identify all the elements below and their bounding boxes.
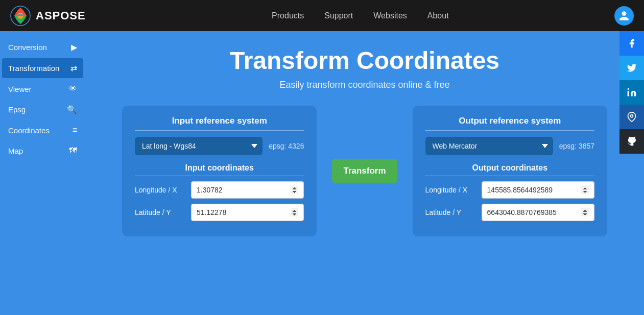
location-icon [627,112,637,122]
linkedin-icon [627,87,637,98]
nav-about[interactable]: About [427,11,449,20]
input-longitude-row: Longitude / X [135,181,304,199]
logo[interactable]: ASPOSE [10,6,86,26]
user-icon [618,10,630,21]
github-button[interactable] [619,129,644,154]
sidebar-label-coordinates: Coordinates [8,126,50,135]
svg-point-3 [631,115,633,117]
github-icon [627,136,637,147]
social-sidebar [619,31,644,154]
output-panel-title: Output reference system [425,116,594,131]
sidebar-label-viewer: Viewer [8,85,32,93]
header: ASPOSE Products Support Websites About [0,0,644,31]
main-nav: Products Support Websites About [106,11,614,20]
hero-title: Transform Coordinates [230,46,499,75]
epsg-icon: 🔍 [67,105,77,114]
transformation-icon: ⇄ [70,63,77,73]
nav-support[interactable]: Support [324,11,353,20]
sidebar-label-conversion: Conversion [8,43,47,52]
transform-button-container: Transform [332,159,397,183]
sidebar-item-coordinates[interactable]: Coordinates ≡ [2,120,83,140]
main-content: Transform Coordinates Easily transform c… [85,31,644,315]
sidebar-label-epsg: Epsg [8,105,26,114]
linkedin-button[interactable] [619,80,644,105]
sidebar-item-map[interactable]: Map 🗺 [2,141,83,160]
nav-websites[interactable]: Websites [373,11,407,20]
sidebar: Conversion ▶ Transformation ⇄ Viewer 👁 E… [0,31,85,315]
input-longitude-label: Longitude / X [135,186,186,194]
conversion-arrow-icon: ▶ [71,42,77,52]
input-latitude-label: Latitude / Y [135,208,186,216]
input-system-select[interactable]: Lat long - Wgs84 Web Mercator UTM [135,137,263,155]
logo-text: ASPOSE [36,9,86,22]
input-epsg-label: epsg: 4326 [269,142,304,150]
output-system-select[interactable]: Web Mercator Lat long - Wgs84 UTM [425,137,553,155]
hero-subtitle: Easily transform coordinates online & fr… [279,80,449,90]
output-system-row: Web Mercator Lat long - Wgs84 UTM epsg: … [425,137,594,155]
input-latitude-field[interactable] [191,204,304,221]
output-latitude-row: Latitude / Y [425,204,594,221]
output-longitude-row: Longitude / X [425,181,594,199]
input-panel: Input reference system Lat long - Wgs84 … [122,106,317,236]
output-latitude-field[interactable] [482,204,594,221]
output-latitude-label: Latitude / Y [425,208,476,216]
input-latitude-row: Latitude / Y [135,204,304,221]
viewer-icon: 👁 [69,84,77,93]
sidebar-label-map: Map [8,147,23,155]
output-coords-title: Output coordinates [425,163,594,176]
output-longitude-label: Longitude / X [425,186,476,194]
location-button[interactable] [619,105,644,129]
user-avatar[interactable] [614,6,634,26]
page-body: Conversion ▶ Transformation ⇄ Viewer 👁 E… [0,31,644,315]
transform-area: Input reference system Lat long - Wgs84 … [122,106,607,236]
twitter-button[interactable] [619,56,644,80]
transform-button[interactable]: Transform [332,159,397,183]
sidebar-item-transformation[interactable]: Transformation ⇄ [2,58,83,78]
aspose-logo-icon [10,6,31,26]
nav-products[interactable]: Products [272,11,304,20]
output-longitude-field[interactable] [482,181,594,199]
input-panel-title: Input reference system [135,116,304,131]
sidebar-item-conversion[interactable]: Conversion ▶ [2,37,83,57]
sidebar-item-viewer[interactable]: Viewer 👁 [2,79,83,99]
coordinates-icon: ≡ [73,126,77,135]
input-coords-title: Input coordinates [135,163,304,176]
sidebar-label-transformation: Transformation [8,64,59,72]
output-panel: Output reference system Web Mercator Lat… [413,106,607,236]
twitter-icon [627,63,637,73]
input-system-row: Lat long - Wgs84 Web Mercator UTM epsg: … [135,137,304,155]
sidebar-item-epsg[interactable]: Epsg 🔍 [2,100,83,119]
input-longitude-field[interactable] [191,181,304,199]
facebook-button[interactable] [619,31,644,56]
svg-point-2 [628,88,629,90]
map-icon: 🗺 [69,146,77,155]
facebook-icon [627,38,637,49]
output-epsg-label: epsg: 3857 [559,142,594,150]
